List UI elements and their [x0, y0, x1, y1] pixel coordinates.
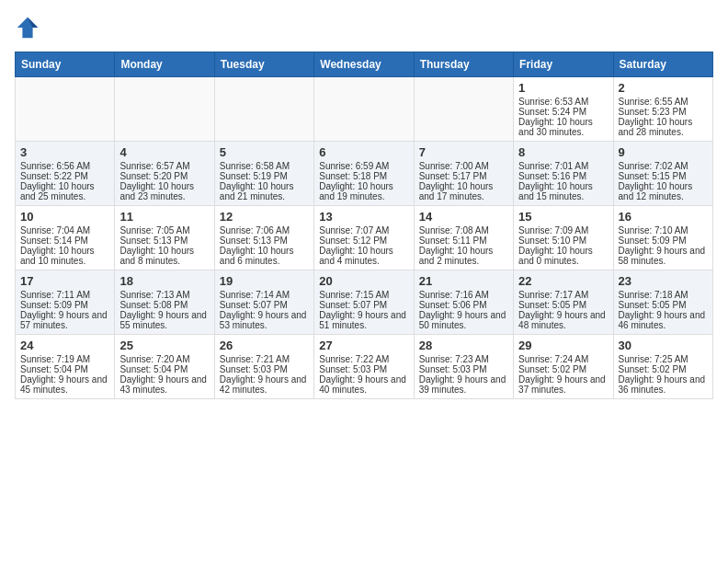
calendar-cell: 1Sunrise: 6:53 AMSunset: 5:24 PMDaylight… [514, 77, 613, 142]
day-number: 2 [619, 81, 708, 95]
calendar-cell: 12Sunrise: 7:06 AMSunset: 5:13 PMDayligh… [214, 206, 313, 270]
sunset-text: Sunset: 5:15 PM [619, 171, 708, 181]
daylight-text: Daylight: 10 hours and 2 minutes. [419, 246, 508, 266]
sunrise-text: Sunrise: 6:57 AM [119, 161, 209, 171]
sunrise-text: Sunrise: 6:58 AM [220, 161, 309, 171]
day-number: 14 [419, 210, 508, 224]
calendar-week-row: 24Sunrise: 7:19 AMSunset: 5:04 PMDayligh… [16, 335, 713, 399]
sunset-text: Sunset: 5:02 PM [518, 364, 608, 374]
calendar-cell [314, 77, 414, 142]
daylight-text: Daylight: 10 hours and 4 minutes. [319, 246, 408, 266]
sunset-text: Sunset: 5:07 PM [319, 300, 408, 310]
sunset-text: Sunset: 5:13 PM [220, 236, 309, 246]
day-number: 22 [518, 274, 608, 288]
day-number: 27 [319, 339, 408, 352]
sunset-text: Sunset: 5:07 PM [220, 300, 309, 310]
sunrise-text: Sunrise: 6:55 AM [619, 97, 708, 107]
sunset-text: Sunset: 5:03 PM [220, 364, 309, 374]
day-number: 4 [119, 145, 209, 159]
daylight-text: Daylight: 9 hours and 40 minutes. [319, 374, 408, 395]
sunset-text: Sunset: 5:16 PM [518, 171, 608, 181]
sunset-text: Sunset: 5:13 PM [119, 236, 209, 246]
daylight-text: Daylight: 9 hours and 39 minutes. [419, 374, 508, 395]
weekday-header: Monday [115, 52, 214, 77]
day-number: 30 [619, 339, 708, 352]
daylight-text: Daylight: 10 hours and 0 minutes. [518, 246, 608, 266]
calendar-cell: 9Sunrise: 7:02 AMSunset: 5:15 PMDaylight… [613, 142, 712, 206]
daylight-text: Daylight: 9 hours and 50 minutes. [419, 310, 508, 330]
daylight-text: Daylight: 10 hours and 19 minutes. [319, 181, 408, 201]
sunrise-text: Sunrise: 6:59 AM [319, 161, 408, 171]
calendar-week-row: 17Sunrise: 7:11 AMSunset: 5:09 PMDayligh… [16, 270, 713, 335]
daylight-text: Daylight: 10 hours and 21 minutes. [220, 181, 309, 201]
daylight-text: Daylight: 9 hours and 46 minutes. [619, 310, 708, 330]
sunset-text: Sunset: 5:04 PM [119, 364, 209, 374]
day-number: 8 [518, 145, 608, 159]
calendar-cell: 25Sunrise: 7:20 AMSunset: 5:04 PMDayligh… [115, 335, 214, 399]
day-number: 7 [419, 145, 508, 159]
sunset-text: Sunset: 5:22 PM [20, 171, 109, 181]
sunset-text: Sunset: 5:04 PM [20, 364, 109, 374]
calendar-table: SundayMondayTuesdayWednesdayThursdayFrid… [15, 52, 713, 399]
sunrise-text: Sunrise: 7:23 AM [419, 354, 508, 364]
daylight-text: Daylight: 9 hours and 58 minutes. [619, 246, 708, 266]
weekday-header: Saturday [613, 52, 712, 77]
calendar-cell: 21Sunrise: 7:16 AMSunset: 5:06 PMDayligh… [414, 270, 513, 335]
sunset-text: Sunset: 5:06 PM [419, 300, 508, 310]
weekday-header: Thursday [414, 52, 513, 77]
sunrise-text: Sunrise: 7:13 AM [119, 290, 209, 300]
sunrise-text: Sunrise: 7:22 AM [319, 354, 408, 364]
sunrise-text: Sunrise: 7:14 AM [220, 290, 309, 300]
calendar-week-row: 1Sunrise: 6:53 AMSunset: 5:24 PMDaylight… [16, 77, 713, 142]
sunset-text: Sunset: 5:19 PM [220, 171, 309, 181]
calendar-week-row: 10Sunrise: 7:04 AMSunset: 5:14 PMDayligh… [16, 206, 713, 270]
weekday-header: Friday [514, 52, 613, 77]
calendar-cell: 18Sunrise: 7:13 AMSunset: 5:08 PMDayligh… [115, 270, 214, 335]
calendar-cell: 15Sunrise: 7:09 AMSunset: 5:10 PMDayligh… [514, 206, 613, 270]
daylight-text: Daylight: 10 hours and 15 minutes. [518, 181, 608, 201]
sunrise-text: Sunrise: 7:09 AM [518, 225, 608, 236]
sunset-text: Sunset: 5:03 PM [319, 364, 408, 374]
calendar-cell: 10Sunrise: 7:04 AMSunset: 5:14 PMDayligh… [16, 206, 115, 270]
sunset-text: Sunset: 5:11 PM [419, 236, 508, 246]
weekday-header: Sunday [16, 52, 115, 77]
day-number: 3 [20, 145, 109, 159]
sunrise-text: Sunrise: 7:16 AM [419, 290, 508, 300]
day-number: 18 [119, 274, 209, 288]
day-number: 12 [220, 210, 309, 224]
daylight-text: Daylight: 9 hours and 53 minutes. [220, 310, 309, 330]
sunrise-text: Sunrise: 7:25 AM [619, 354, 708, 364]
calendar-cell: 28Sunrise: 7:23 AMSunset: 5:03 PMDayligh… [414, 335, 513, 399]
sunrise-text: Sunrise: 7:19 AM [20, 354, 109, 364]
logo-icon [15, 15, 40, 40]
calendar-cell: 22Sunrise: 7:17 AMSunset: 5:05 PMDayligh… [514, 270, 613, 335]
sunset-text: Sunset: 5:10 PM [518, 236, 608, 246]
sunset-text: Sunset: 5:17 PM [419, 171, 508, 181]
sunrise-text: Sunrise: 7:06 AM [220, 225, 309, 236]
sunset-text: Sunset: 5:18 PM [319, 171, 408, 181]
calendar-week-row: 3Sunrise: 6:56 AMSunset: 5:22 PMDaylight… [16, 142, 713, 206]
sunset-text: Sunset: 5:05 PM [619, 300, 708, 310]
sunrise-text: Sunrise: 7:18 AM [619, 290, 708, 300]
daylight-text: Daylight: 9 hours and 51 minutes. [319, 310, 408, 330]
calendar-cell: 3Sunrise: 6:56 AMSunset: 5:22 PMDaylight… [16, 142, 115, 206]
day-number: 16 [619, 210, 708, 224]
day-number: 25 [119, 339, 209, 352]
sunset-text: Sunset: 5:14 PM [20, 236, 109, 246]
sunrise-text: Sunrise: 7:05 AM [119, 225, 209, 236]
daylight-text: Daylight: 9 hours and 55 minutes. [119, 310, 209, 330]
calendar-cell: 29Sunrise: 7:24 AMSunset: 5:02 PMDayligh… [514, 335, 613, 399]
page-header [15, 15, 713, 40]
calendar-cell: 20Sunrise: 7:15 AMSunset: 5:07 PMDayligh… [314, 270, 414, 335]
sunrise-text: Sunrise: 7:10 AM [619, 225, 708, 236]
calendar-cell [115, 77, 214, 142]
day-number: 15 [518, 210, 608, 224]
sunrise-text: Sunrise: 7:11 AM [20, 290, 109, 300]
sunset-text: Sunset: 5:09 PM [619, 236, 708, 246]
daylight-text: Daylight: 10 hours and 28 minutes. [619, 117, 708, 137]
day-number: 24 [20, 339, 109, 352]
calendar-cell: 19Sunrise: 7:14 AMSunset: 5:07 PMDayligh… [214, 270, 313, 335]
calendar-cell: 11Sunrise: 7:05 AMSunset: 5:13 PMDayligh… [115, 206, 214, 270]
day-number: 21 [419, 274, 508, 288]
daylight-text: Daylight: 9 hours and 36 minutes. [619, 374, 708, 395]
